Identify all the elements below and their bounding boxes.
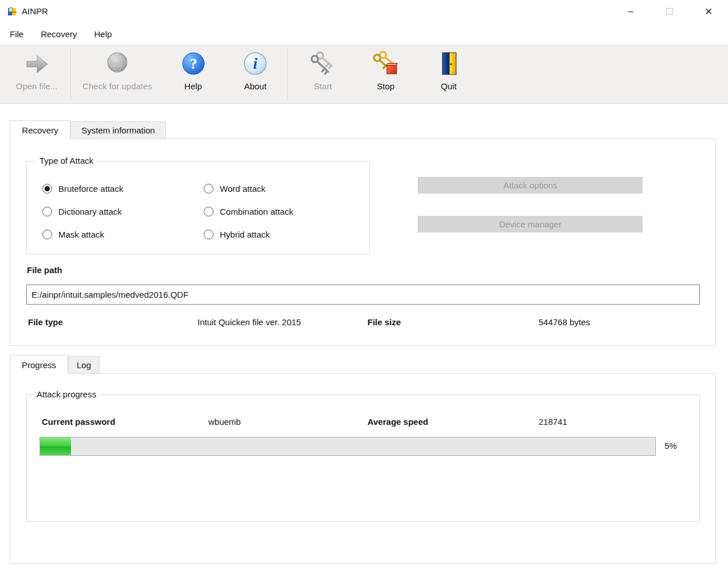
current-password-label: Current password — [42, 417, 115, 427]
radio-label: Dictionary attack — [58, 207, 122, 216]
app-window: { "window": { "title": "AINPR", "control… — [0, 0, 728, 572]
help-button[interactable]: ? Help — [172, 50, 215, 100]
radio-label: Bruteforce attack — [58, 184, 123, 194]
progress-bar-fill — [40, 437, 71, 455]
tab-log[interactable]: Log — [68, 356, 100, 374]
toolbar-separator — [70, 49, 71, 100]
radio-label: Combination attack — [220, 207, 293, 216]
check-updates-label: Check for updates — [82, 81, 152, 91]
minimize-button[interactable]: – — [611, 0, 650, 23]
type-of-attack-group: Type of Attack Bruteforce attack Diction… — [26, 161, 370, 254]
close-button[interactable]: ✕ — [689, 0, 728, 23]
radio-button-icon — [204, 207, 213, 216]
stop-label: Stop — [377, 81, 395, 91]
attack-progress-bar — [39, 437, 656, 456]
quit-button[interactable]: Quit — [428, 50, 469, 100]
file-type-label: File type — [28, 317, 63, 327]
current-password-value: wbuemb — [208, 417, 241, 427]
minimize-icon: – — [628, 6, 633, 17]
keys-stop-icon — [372, 50, 399, 77]
radio-label: Mask attack — [58, 230, 104, 239]
open-file-button[interactable]: Open file... — [5, 50, 69, 100]
device-manager-button[interactable]: Device manager — [418, 216, 643, 232]
about-button[interactable]: i About — [234, 50, 277, 100]
progress-panel: Attack progress Current password wbuemb … — [10, 373, 716, 564]
close-icon: ✕ — [705, 6, 713, 18]
maximize-button[interactable] — [650, 0, 689, 23]
radio-hybrid-attack[interactable]: Hybrid attack — [204, 228, 270, 240]
about-icon: i — [242, 50, 269, 77]
menu-file[interactable]: File — [1, 25, 32, 44]
radio-dictionary-attack[interactable]: Dictionary attack — [42, 205, 122, 218]
recovery-panel: Type of Attack Bruteforce attack Diction… — [10, 139, 716, 346]
tab-system-information-label: System information — [81, 125, 155, 135]
radio-button-icon — [42, 207, 52, 216]
attack-options-button[interactable]: Attack options — [418, 177, 643, 194]
radio-mask-attack[interactable]: Mask attack — [42, 228, 104, 240]
tab-log-label: Log — [77, 360, 91, 370]
attack-progress-group: Attack progress — [26, 395, 700, 522]
tab-recovery[interactable]: Recovery — [10, 120, 70, 139]
help-icon: ? — [180, 50, 207, 77]
keys-gray-icon — [309, 50, 337, 77]
about-label: About — [244, 81, 266, 91]
radio-button-icon — [204, 184, 213, 194]
svg-text:i: i — [253, 55, 258, 72]
stop-button[interactable]: Stop — [365, 50, 406, 100]
menubar: File Recovery Help — [0, 23, 728, 45]
attack-options-label: Attack options — [503, 180, 557, 190]
radio-label: Word attack — [220, 184, 266, 194]
file-path-input[interactable] — [26, 285, 700, 305]
file-size-label: File size — [367, 317, 401, 327]
average-speed-label: Average speed — [367, 417, 428, 427]
start-button[interactable]: Start — [302, 50, 343, 100]
tab-recovery-label: Recovery — [22, 125, 58, 135]
quit-label: Quit — [441, 81, 457, 91]
attack-progress-legend: Attack progress — [33, 389, 100, 399]
globe-icon — [104, 50, 131, 77]
radio-word-attack[interactable]: Word attack — [204, 182, 266, 195]
toolbar: Open file... Check for updates ? Help — [0, 45, 728, 104]
radio-label: Hybrid attack — [220, 230, 270, 239]
progress-percent: 5% — [664, 441, 677, 451]
file-path-label: File path — [27, 265, 62, 275]
svg-text:?: ? — [189, 56, 197, 72]
maximize-icon — [666, 8, 673, 15]
quit-door-icon — [435, 50, 462, 77]
app-icon — [7, 6, 18, 17]
open-file-icon — [23, 50, 50, 77]
start-label: Start — [314, 81, 332, 91]
menu-recovery[interactable]: Recovery — [32, 25, 85, 44]
type-of-attack-legend: Type of Attack — [36, 156, 97, 165]
file-size-value: 544768 bytes — [539, 317, 590, 327]
device-manager-label: Device manager — [499, 219, 561, 229]
help-label: Help — [184, 81, 202, 91]
radio-combination-attack[interactable]: Combination attack — [204, 205, 293, 218]
titlebar: AINPR – ✕ — [0, 0, 728, 23]
menu-help[interactable]: Help — [86, 25, 121, 44]
radio-button-icon — [204, 230, 213, 239]
open-file-label: Open file... — [16, 81, 58, 91]
average-speed-value: 218741 — [539, 417, 567, 427]
check-updates-button[interactable]: Check for updates — [74, 50, 160, 100]
toolbar-separator — [287, 49, 288, 100]
tab-system-information[interactable]: System information — [70, 121, 166, 139]
radio-button-icon — [42, 184, 52, 194]
radio-button-icon — [42, 230, 52, 239]
tab-progress[interactable]: Progress — [10, 355, 68, 374]
radio-bruteforce-attack[interactable]: Bruteforce attack — [42, 182, 123, 195]
tab-progress-label: Progress — [22, 360, 56, 370]
file-type-value: Intuit Quicken file ver. 2015 — [197, 317, 301, 327]
window-title: AINPR — [22, 0, 48, 23]
